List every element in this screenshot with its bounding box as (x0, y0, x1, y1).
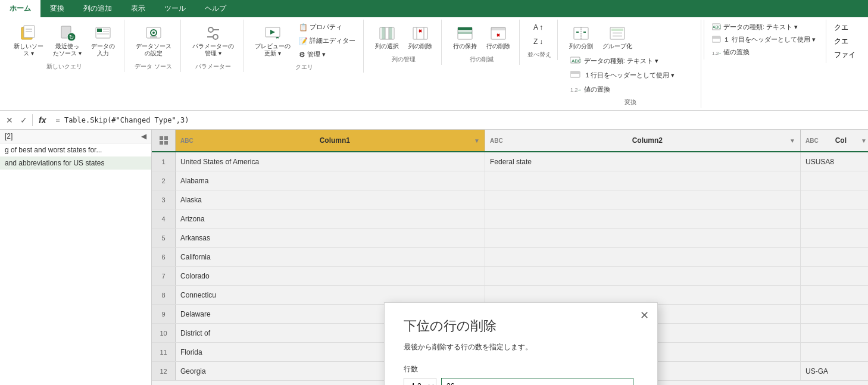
formula-icons: ✕ ✓ fx (4, 114, 49, 126)
data-type-right-button[interactable]: ABC データの種類: テキスト ▾ (709, 21, 819, 33)
datasource-settings-label: データソースの設定 (136, 43, 171, 57)
enter-data-label: データの入力 (91, 43, 115, 57)
properties-icon: 📋 (299, 23, 308, 32)
group-query: プレビューの更新 ▾ 📋 プロパティ 📝 詳細エディター ⚙ 管理 ▾ (246, 20, 364, 73)
dialog-field-label: 行数 (404, 364, 638, 374)
group-datasource: データソースの設定 データ ソース (127, 20, 181, 72)
advanced-editor-button[interactable]: 📝 詳細エディター (296, 35, 358, 47)
dialog-number-input[interactable] (441, 378, 633, 385)
cle-button2[interactable]: クエ (831, 35, 858, 48)
choose-columns-button[interactable]: 列の選択 (371, 21, 403, 53)
tab-transform[interactable]: 変換 (40, 0, 74, 17)
recent-source-button[interactable]: ↻ 最近使ったソース ▾ (49, 21, 86, 60)
tab-tools[interactable]: ツール (155, 0, 195, 17)
remove-rows-label: 行の削除 (486, 43, 510, 50)
preview-refresh-button[interactable]: プレビューの更新 ▾ (251, 21, 295, 60)
keep-rows-button[interactable]: 行の保持 (449, 21, 481, 53)
svg-rect-47 (611, 29, 623, 31)
sort-asc-button[interactable]: A ↑ (530, 21, 548, 34)
group-sort: A ↑ Z ↓ 並べ替え (522, 20, 558, 60)
advanced-editor-icon: 📝 (299, 37, 308, 45)
split-column-button[interactable]: 列の分割 (565, 21, 597, 53)
data-type-label: データの種類: テキスト ▾ (584, 57, 658, 65)
column-mgmt-buttons: 列の選択 列の削除 (371, 21, 436, 53)
group-by-button[interactable]: グループ化 (598, 21, 636, 53)
svg-text:↻: ↻ (69, 34, 74, 40)
sidebar-item-1[interactable]: and abbreviations for US states (0, 156, 151, 170)
group-new-query-label: 新しいクエリ (46, 62, 82, 71)
datasource-settings-button[interactable]: データソースの設定 (132, 21, 176, 60)
formula-input[interactable]: = Table.Skip(#"Changed Type",3) (53, 115, 864, 126)
group-parameters-label: パラメーター (195, 62, 231, 71)
cancel-formula-icon[interactable]: ✕ (4, 114, 15, 126)
properties-label: プロパティ (310, 23, 342, 32)
group-new-query: 新しいソース ▾ ↻ 最近使ったソース ▾ (5, 20, 124, 72)
data-type-button[interactable]: ABC データの種類: テキスト ▾ (567, 54, 677, 67)
use-headers-button[interactable]: １行目をヘッダーとして使用 ▾ (567, 68, 677, 82)
parameters-buttons: パラメーターの管理 ▾ (188, 21, 238, 60)
tab-add-column[interactable]: 列の追加 (74, 0, 121, 17)
svg-point-16 (213, 35, 218, 39)
properties-button[interactable]: 📋 プロパティ (296, 21, 358, 33)
svg-rect-10 (103, 31, 109, 32)
tab-view[interactable]: 表示 (121, 0, 155, 17)
svg-text:ABC: ABC (713, 25, 721, 29)
transform-buttons: 列の分割 グループ化 (565, 21, 696, 96)
group-row-reduce-label: 行の削減 (470, 55, 494, 64)
cle-icon2: クエ (834, 36, 848, 46)
dialog-select[interactable]: 1.2 1.5 2 (404, 378, 436, 385)
dialog-close-button[interactable]: ✕ (640, 309, 649, 322)
sort-buttons: A ↑ Z ↓ (530, 21, 548, 48)
remove-columns-button[interactable]: 列の削除 (404, 21, 436, 53)
far-right-group: クエ クエ ファイ (826, 20, 863, 63)
data-type-icon: ABC (570, 56, 582, 65)
svg-rect-37 (491, 27, 505, 30)
group-parameters: パラメーターの管理 ▾ パラメーター (183, 20, 243, 72)
svg-rect-59 (712, 36, 720, 39)
sidebar-collapse-button[interactable]: ◀ (141, 132, 146, 140)
sort-desc-button[interactable]: Z ↓ (530, 35, 548, 48)
enter-data-button[interactable]: データの入力 (87, 21, 119, 60)
dialog-input-row: 1.2 1.5 2 (404, 378, 638, 385)
use-headers-right-button[interactable]: １ 行目をヘッダーとして使用 ▾ (709, 33, 819, 46)
manage-params-icon (204, 24, 223, 43)
transform-small-buttons: ABC データの種類: テキスト ▾ １行目をヘッダーとして使用 ▾ 1 (567, 54, 677, 96)
row-reduce-buttons: 行の保持 行の削除 (449, 21, 514, 53)
confirm-formula-icon[interactable]: ✓ (18, 114, 30, 126)
split-column-icon (572, 24, 591, 43)
new-source-button[interactable]: 新しいソース ▾ (10, 21, 48, 60)
formula-bar: ✕ ✓ fx = Table.Skip(#"Changed Type",3) (0, 111, 868, 130)
remove-rows-button[interactable]: 行の削除 (482, 21, 514, 53)
manage-params-button[interactable]: パラメーターの管理 ▾ (188, 21, 238, 60)
ribbon: ホーム 変換 列の追加 表示 ツール ヘルプ 新し (0, 0, 868, 111)
use-headers-right-label: １ 行目をヘッダーとして使用 ▾ (723, 35, 816, 44)
table-area: ABC Column1 ▼ ABC Column2 ▼ ABC Col ▼ 1 … (152, 130, 868, 385)
replace-values-button[interactable]: 1.2 → 値の置換 (567, 83, 677, 96)
sidebar-title: [2] (5, 132, 13, 140)
sidebar-item-0[interactable]: g of best and worst states for... (0, 143, 151, 156)
new-query-buttons: 新しいソース ▾ ↻ 最近使ったソース ▾ (10, 21, 119, 60)
remove-columns-icon (411, 24, 430, 43)
svg-point-14 (152, 32, 155, 34)
svg-rect-25 (413, 27, 427, 39)
group-by-label: グループ化 (602, 43, 632, 50)
choose-columns-icon (377, 24, 396, 43)
cle-button3[interactable]: ファイ (831, 48, 858, 62)
tab-help[interactable]: ヘルプ (195, 0, 236, 17)
right-ribbon-group: ABC データの種類: テキスト ▾ １ 行目をヘッダーとして使用 ▾ 1.2 … (704, 20, 823, 60)
tab-home[interactable]: ホーム (0, 0, 40, 17)
dialog: ✕ 下位の行の削除 最後から削除する行の数を指定します。 行数 1.2 1.5 … (384, 302, 658, 385)
group-sort-label: 並べ替え (527, 51, 551, 59)
ribbon-tabs: ホーム 変換 列の追加 表示 ツール ヘルプ (0, 0, 868, 17)
fx-button[interactable]: fx (35, 115, 49, 125)
svg-text:ABC: ABC (572, 58, 582, 64)
svg-text:↓: ↓ (539, 37, 543, 46)
data-type-right-icon: ABC (712, 23, 722, 32)
svg-rect-22 (389, 27, 392, 39)
manage-button[interactable]: ⚙ 管理 ▾ (296, 48, 358, 61)
cle-button1[interactable]: クエ (831, 21, 858, 35)
replace-values-right-button[interactable]: 1.2 → 値の置換 (709, 46, 819, 58)
svg-rect-8 (97, 29, 102, 32)
svg-point-15 (208, 27, 213, 32)
svg-text:Z: Z (533, 37, 538, 46)
